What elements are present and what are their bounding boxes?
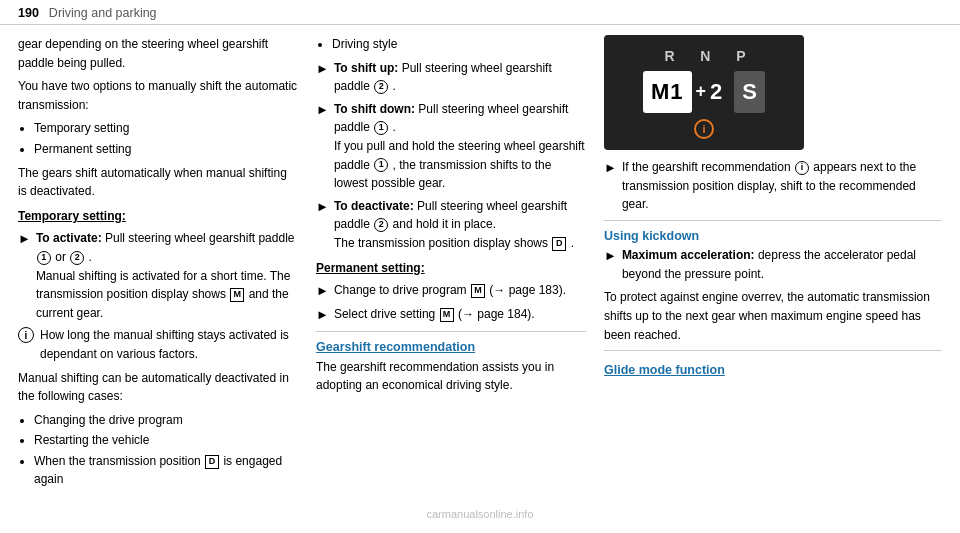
kickdown-heading: Using kickdown <box>604 229 699 243</box>
box-M3: M <box>440 308 454 322</box>
driving-style-list: Driving style <box>332 35 586 54</box>
glide-mode-link[interactable]: Glide mode function <box>604 361 942 380</box>
divider-3 <box>604 350 942 351</box>
list-item: Permanent setting <box>34 140 298 159</box>
protect-text: To protect against engine overrev, the a… <box>604 288 942 344</box>
arrow-icon: ► <box>316 59 329 79</box>
divider <box>316 331 586 332</box>
activate-text: To activate: Pull steering wheel gearshi… <box>36 229 298 322</box>
deactivate-label: To deactivate: <box>334 199 414 213</box>
info-text-2: Manual shifting can be automatically dea… <box>18 369 298 406</box>
shift-down-item: ► To shift down: Pull steering wheel gea… <box>316 100 586 193</box>
page-header: 190 Driving and parking <box>0 0 960 25</box>
change-program-label: Change to drive program <box>334 283 467 297</box>
circle-info-label: i <box>795 161 809 175</box>
gearshift-text: The gearshift recommendation assists you… <box>316 358 586 395</box>
select-drive-label: Select drive setting <box>334 307 435 321</box>
info-text-1: How long the manual shifting stays activ… <box>40 326 298 363</box>
arrow-icon: ► <box>316 305 329 325</box>
change-program-text: Change to drive program M (→ page 183). <box>334 281 586 300</box>
change-program-item: ► Change to drive program M (→ page 183)… <box>316 281 586 301</box>
deactivate-text: To deactivate: Pull steering wheel gears… <box>334 197 586 253</box>
page-title: Driving and parking <box>49 6 157 20</box>
max-accel-item: ► Maximum acceleration: depress the acce… <box>604 246 942 283</box>
watermark: carmanualsonline.info <box>0 504 960 522</box>
select-drive-item: ► Select drive setting M (→ page 184). <box>316 305 586 325</box>
circle-2-d: 2 <box>374 218 388 232</box>
circle-1-if: 1 <box>374 158 388 172</box>
gear-num-2: 2 <box>710 75 722 109</box>
divider-2 <box>604 220 942 221</box>
box-D2: D <box>552 237 566 251</box>
shift-up-item: ► To shift up: Pull steering wheel gears… <box>316 59 586 96</box>
or-text: or <box>55 250 69 264</box>
gearshift-section: Gearshift recommendation The gearshift r… <box>316 338 586 395</box>
deactivate-cases-list: Changing the drive program Restarting th… <box>34 411 298 489</box>
list-item: When the transmission position D is enga… <box>34 452 298 489</box>
box-M2: M <box>471 284 485 298</box>
if-gearshift-text: If the gearshift recommendation i appear… <box>622 158 942 214</box>
gear-top-letters: R N P <box>656 46 751 68</box>
box-M: M <box>230 288 244 302</box>
if-gearshift-text1: If the gearshift recommendation <box>622 160 791 174</box>
circle-1-sd: 1 <box>374 121 388 135</box>
gear-main-row: M1 + 2 S <box>643 71 765 113</box>
left-column: gear depending on the steering wheel gea… <box>18 35 298 494</box>
shift-up-label: To shift up: <box>334 61 398 75</box>
middle-column: Driving style ► To shift up: Pull steeri… <box>316 35 586 494</box>
activate-item: ► To activate: Pull steering wheel gears… <box>18 229 298 322</box>
gearshift-heading: Gearshift recommendation <box>316 340 475 354</box>
gear-display: R N P M1 + 2 S i <box>604 35 804 150</box>
temporary-heading: Temporary setting: <box>18 207 298 226</box>
if-gearshift-block: ► If the gearshift recommendation i appe… <box>604 158 942 214</box>
arrow-page-183: (→ page 183). <box>489 283 566 297</box>
page-number: 190 <box>18 6 39 20</box>
shift-down-text: To shift down: Pull steering wheel gears… <box>334 100 586 193</box>
max-accel-label: Maximum acceleration: <box>622 248 755 262</box>
list-item: Driving style <box>332 35 586 54</box>
arrow-icon: ► <box>604 246 617 266</box>
arrow-icon: ► <box>316 281 329 301</box>
circle-1: 1 <box>37 251 51 265</box>
kickdown-section: Using kickdown ► Maximum acceleration: d… <box>604 227 942 344</box>
options-list: Temporary setting Permanent setting <box>34 119 298 158</box>
main-content: gear depending on the steering wheel gea… <box>0 25 960 504</box>
intro-text-2: You have two options to manually shift t… <box>18 77 298 114</box>
arrow-icon: ► <box>316 100 329 120</box>
deactivate-item: ► To deactivate: Pull steering wheel gea… <box>316 197 586 253</box>
gear-plus: + <box>696 78 707 106</box>
arrow-page-184: (→ page 184). <box>458 307 535 321</box>
arrow-icon: ► <box>316 197 329 217</box>
info-icon: i <box>18 327 34 343</box>
list-item: Changing the drive program <box>34 411 298 430</box>
intro-text-1: gear depending on the steering wheel gea… <box>18 35 298 72</box>
info-item-1: i How long the manual shifting stays act… <box>18 326 298 363</box>
permanent-heading: Permanent setting: <box>316 259 586 278</box>
list-item: Temporary setting <box>34 119 298 138</box>
shift-down-label: To shift down: <box>334 102 415 116</box>
right-column: R N P M1 + 2 S i ► If the gearshift reco… <box>604 35 942 494</box>
gear-display-inner: R N P M1 + 2 S i <box>643 46 765 140</box>
activate-label: To activate: <box>36 231 102 245</box>
arrow-icon: ► <box>604 158 617 178</box>
circle-2-su: 2 <box>374 80 388 94</box>
shift-up-text: To shift up: Pull steering wheel gearshi… <box>334 59 586 96</box>
max-accel-text: Maximum acceleration: depress the accele… <box>622 246 942 283</box>
select-drive-text: Select drive setting M (→ page 184). <box>334 305 586 324</box>
activate-text-body: Pull steering wheel gearshift paddle <box>105 231 294 245</box>
list-item: Restarting the vehicle <box>34 431 298 450</box>
circle-2: 2 <box>70 251 84 265</box>
auto-shift-text: The gears shift automatically when manua… <box>18 164 298 201</box>
deactivate-case-3: When the transmission position <box>34 454 201 468</box>
gear-circle-info: i <box>694 119 714 139</box>
arrow-icon: ► <box>18 229 31 249</box>
gear-s-label: S <box>734 71 765 113</box>
gear-m1-label: M1 <box>643 71 692 113</box>
box-D: D <box>205 455 219 469</box>
